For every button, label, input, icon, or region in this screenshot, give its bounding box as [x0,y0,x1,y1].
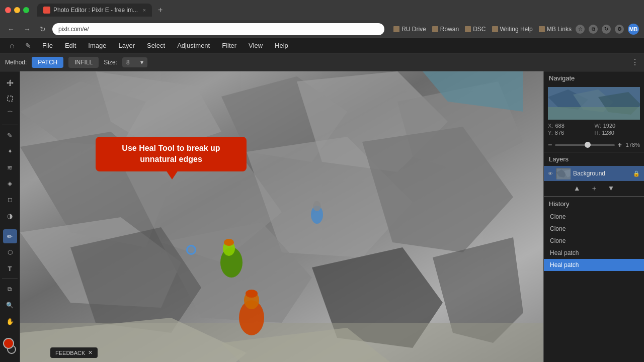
tool-wave[interactable]: ≋ [3,160,17,174]
tool-type[interactable]: T [3,261,17,276]
nav-coordinates: X: 688 W: 1920 Y: 876 H: 1280 [548,123,640,136]
menu-filter[interactable]: Filter [217,40,242,51]
more-options-icon[interactable]: ⋮ [631,57,639,67]
history-item[interactable]: Clone [544,223,644,235]
tab-title: Photo Editor : Pixlr E - free im... [53,7,138,14]
menu-layer[interactable]: Layer [114,40,140,51]
bookmark-label: RU Drive [401,26,426,33]
toolbar-divider-2 [2,226,18,226]
foreground-color[interactable] [3,338,14,349]
new-tab-btn[interactable]: + [158,6,163,15]
zoom-slider[interactable] [555,144,615,146]
history-item-active[interactable]: Heal patch [544,259,644,271]
zoom-handle[interactable] [585,142,591,148]
svg-rect-0 [8,96,13,101]
zoom-row: − + 178% [544,138,644,152]
zoom-out-btn[interactable]: − [548,141,552,149]
bookmark-rowan[interactable]: Rowan [432,26,459,33]
folder-icon [393,26,399,32]
feedback-btn[interactable]: FEEDBACK ✕ [50,347,98,358]
layer-add-btn[interactable]: ＋ [591,184,598,193]
close-window-btn[interactable] [5,7,11,13]
bookmark-mb-links[interactable]: MB Links [539,26,572,33]
brush-mode-icon[interactable]: ✎ [21,39,35,53]
svg-point-23 [246,290,258,298]
color-swatches [0,334,20,358]
tool-zoom[interactable]: 🔍 [3,298,17,312]
tooltip-text: Use Heal Tool to break up unnatural edge… [122,144,220,163]
bookmark-writing-help[interactable]: Writing Help [492,26,533,33]
tool-hand[interactable]: ✋ [3,314,17,328]
tool-shape[interactable]: ⬡ [3,245,17,259]
tool-marquee[interactable] [3,92,17,106]
star-icon[interactable]: ☆ [576,25,585,34]
layer-up-btn[interactable]: ▲ [574,184,581,193]
bookmark-label: Writing Help [500,26,533,33]
tool-brush[interactable]: ✎ [3,128,17,142]
svg-rect-33 [548,107,640,120]
bookmark-dsc[interactable]: DSC [465,26,486,33]
patch-btn[interactable]: PATCH [32,57,63,68]
x-value: 688 [555,123,564,129]
history-title: History [544,197,644,211]
extensions-icon[interactable]: ⧉ [589,25,598,34]
tool-heal[interactable]: ✦ [3,144,17,158]
left-toolbar: ⌒ ✎ ✦ ≋ ◈ ◻ ◑ ✏ ⬡ T ⧉ 🔍 ✋ [0,71,20,362]
tooltip-bubble: Use Heal Tool to break up unnatural edge… [96,137,247,171]
canvas-area[interactable]: Use Heal Tool to break up unnatural edge… [20,71,543,362]
menu-help[interactable]: Help [270,40,293,51]
bookmark-ru-drive[interactable]: RU Drive [393,26,426,33]
tool-crop[interactable]: ⧉ [3,282,17,296]
layer-item-background[interactable]: 👁 Background 🔒 [544,166,644,181]
browser-tab[interactable]: Photo Editor : Pixlr E - free im... × [37,4,152,17]
menu-edit[interactable]: Edit [60,40,81,51]
heal-cursor [186,245,196,255]
navigate-content: X: 688 W: 1920 Y: 876 H: 1280 [544,85,644,138]
layer-visibility-icon[interactable]: 👁 [548,171,553,176]
history-item[interactable]: Clone [544,235,644,247]
refresh-btn[interactable]: ↻ [37,24,48,34]
folder-icon [492,26,498,32]
bookmark-label: Rowan [440,26,459,33]
feedback-label: FEEDBACK [55,350,85,356]
home-icon[interactable]: ⌂ [5,39,19,53]
size-dropdown[interactable]: 8 ▾ [122,57,147,67]
main-area: ⌒ ✎ ✦ ≋ ◈ ◻ ◑ ✏ ⬡ T ⧉ 🔍 ✋ [0,71,644,362]
tool-move[interactable] [3,75,17,89]
w-label: W: [595,123,601,129]
lock-icon: 🔒 [633,170,640,177]
dropdown-arrow-icon: ▾ [140,59,143,66]
history-item[interactable]: Clone [544,211,644,223]
history-item[interactable]: Heal patch [544,247,644,259]
address-bar[interactable]: pixlr.com/e/ [52,23,384,35]
sync-icon[interactable]: ↻ [602,25,611,34]
browser-nav-icons: ☆ ⧉ ↻ ⚙ MB [576,24,639,35]
tool-fill[interactable]: ◈ [3,176,17,191]
menu-select[interactable]: Select [142,40,170,51]
settings-icon[interactable]: ⚙ [615,25,624,34]
forward-btn[interactable]: → [21,24,33,34]
tool-pen[interactable]: ✏ [3,229,17,243]
tool-eraser[interactable]: ◻ [3,193,17,207]
tool-lasso[interactable]: ⌒ [3,108,17,122]
tool-dodge[interactable]: ◑ [3,209,17,223]
zoom-in-btn[interactable]: + [618,141,622,149]
maximize-window-btn[interactable] [23,7,29,13]
layer-down-btn[interactable]: ▼ [608,184,615,193]
y-label: Y: [548,130,553,136]
profile-avatar[interactable]: MB [628,24,639,35]
minimize-window-btn[interactable] [14,7,20,13]
nav-preview-image[interactable] [548,87,640,120]
back-btn[interactable]: ← [5,24,17,34]
feedback-close-icon[interactable]: ✕ [88,349,93,356]
layers-title: Layers [549,155,569,163]
menu-adjustment[interactable]: Adjustment [172,40,215,51]
folder-icon [465,26,471,32]
tab-close-btn[interactable]: × [143,8,146,13]
bookmark-label: DSC [473,26,486,33]
menu-image[interactable]: Image [83,40,111,51]
window-controls[interactable] [5,7,29,13]
menu-view[interactable]: View [244,40,268,51]
menu-file[interactable]: File [37,40,58,51]
infill-btn[interactable]: INFILL [68,57,99,68]
